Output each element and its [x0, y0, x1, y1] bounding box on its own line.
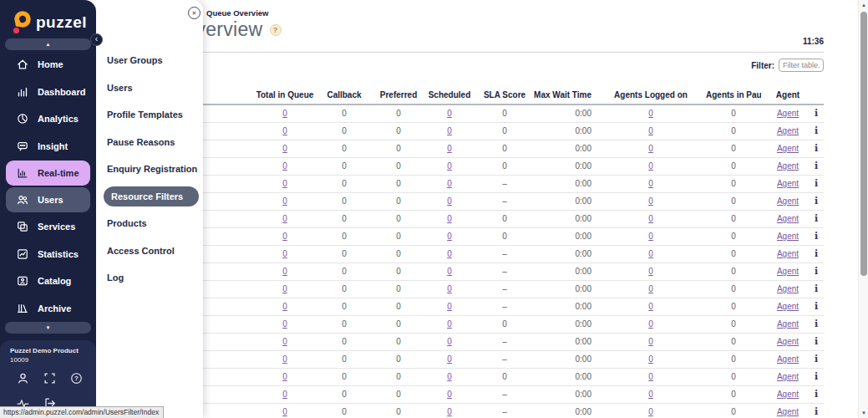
agents-logged-on-link[interactable]: 0	[648, 372, 653, 381]
agent-link[interactable]: Agent	[777, 161, 799, 171]
total-in-queue-link[interactable]: 0	[282, 354, 287, 364]
scheduled-link[interactable]: 0	[447, 232, 452, 241]
scheduled-link[interactable]: 0	[447, 126, 452, 135]
total-in-queue-link[interactable]: 0	[282, 214, 287, 223]
agent-link[interactable]: Agent	[777, 267, 799, 276]
scheduled-link[interactable]: 0	[447, 109, 452, 118]
agents-logged-on-link[interactable]: 0	[648, 319, 653, 329]
scheduled-link[interactable]: 0	[447, 390, 452, 399]
agents-logged-on-link[interactable]: 0	[648, 267, 653, 276]
scheduled-link[interactable]: 0	[447, 407, 452, 416]
flyout-item-access-control[interactable]: Access Control	[96, 237, 203, 265]
sidebar-item-home[interactable]: Home	[0, 51, 96, 79]
info-icon[interactable]: i	[815, 371, 818, 382]
agent-link[interactable]: Agent	[777, 214, 799, 223]
info-icon[interactable]: i	[815, 336, 818, 347]
help-icon[interactable]: ?	[270, 24, 282, 36]
flyout-item-products[interactable]: Products	[96, 210, 203, 237]
total-in-queue-link[interactable]: 0	[282, 407, 287, 416]
close-icon[interactable]: ✕	[188, 7, 201, 19]
total-in-queue-link[interactable]: 0	[282, 144, 287, 153]
agents-logged-on-link[interactable]: 0	[648, 126, 653, 135]
info-icon[interactable]: i	[815, 125, 818, 136]
agent-link[interactable]: Agent	[777, 196, 799, 206]
agent-link[interactable]: Agent	[777, 390, 799, 399]
info-icon[interactable]: i	[815, 301, 818, 312]
info-icon[interactable]: i	[815, 196, 818, 206]
agent-link[interactable]: Agent	[777, 109, 799, 118]
agent-link[interactable]: Agent	[777, 284, 799, 293]
total-in-queue-link[interactable]: 0	[282, 390, 287, 399]
info-icon[interactable]: i	[815, 161, 818, 171]
agent-link[interactable]: Agent	[777, 319, 799, 329]
agents-logged-on-link[interactable]: 0	[648, 302, 653, 311]
total-in-queue-link[interactable]: 0	[282, 284, 287, 293]
agents-logged-on-link[interactable]: 0	[648, 144, 653, 153]
scheduled-link[interactable]: 0	[447, 284, 452, 293]
agents-logged-on-link[interactable]: 0	[648, 284, 653, 293]
agent-link[interactable]: Agent	[777, 179, 799, 188]
agents-logged-on-link[interactable]: 0	[648, 407, 653, 416]
scheduled-link[interactable]: 0	[447, 196, 452, 206]
total-in-queue-link[interactable]: 0	[282, 372, 287, 381]
puzzel-logo[interactable]: puzzel	[0, 0, 96, 34]
flyout-item-users[interactable]: Users	[96, 74, 203, 102]
agents-logged-on-link[interactable]: 0	[648, 196, 653, 206]
total-in-queue-link[interactable]: 0	[282, 267, 287, 276]
scheduled-link[interactable]: 0	[447, 144, 452, 153]
agents-logged-on-link[interactable]: 0	[648, 337, 653, 346]
help-circle-icon[interactable]: ?	[70, 372, 84, 385]
total-in-queue-link[interactable]: 0	[282, 337, 287, 346]
agents-logged-on-link[interactable]: 0	[648, 249, 653, 258]
info-icon[interactable]: i	[815, 319, 818, 329]
agents-logged-on-link[interactable]: 0	[648, 232, 653, 241]
flyout-item-resource-filters[interactable]: Resource Filters	[104, 186, 199, 206]
sidebar-item-services[interactable]: Services	[0, 213, 96, 241]
agents-logged-on-link[interactable]: 0	[648, 109, 653, 118]
flyout-item-enquiry-registration[interactable]: Enquiry Registration	[96, 155, 203, 183]
sidebar-item-dashboard[interactable]: Dashboard	[0, 79, 96, 106]
flyout-item-user-groups[interactable]: User Groups	[96, 47, 203, 74]
agents-logged-on-link[interactable]: 0	[648, 390, 653, 399]
total-in-queue-link[interactable]: 0	[282, 126, 287, 135]
agents-logged-on-link[interactable]: 0	[648, 179, 653, 188]
info-icon[interactable]: i	[815, 213, 818, 224]
info-icon[interactable]: i	[815, 108, 818, 119]
scheduled-link[interactable]: 0	[447, 267, 452, 276]
scheduled-link[interactable]: 0	[447, 372, 452, 381]
scrollbar-thumb[interactable]	[860, 12, 867, 276]
info-icon[interactable]: i	[815, 266, 818, 277]
flyout-item-pause-reasons[interactable]: Pause Reasons	[96, 129, 203, 156]
scroll-up-arrow-icon[interactable]: ▲	[859, 3, 868, 8]
scheduled-link[interactable]: 0	[447, 214, 452, 223]
sidebar-item-catalog[interactable]: Catalog	[0, 268, 96, 295]
sidebar-item-insight[interactable]: Insight	[0, 133, 96, 161]
sidebar-collapse-toggle[interactable]: ‹	[90, 33, 103, 46]
agents-logged-on-link[interactable]: 0	[648, 354, 653, 364]
scroll-down-arrow-icon[interactable]: ▼	[859, 410, 868, 415]
sidebar-item-analytics[interactable]: Analytics	[0, 105, 96, 133]
info-icon[interactable]: i	[815, 389, 818, 400]
agent-link[interactable]: Agent	[777, 144, 799, 153]
agent-link[interactable]: Agent	[777, 249, 799, 258]
filter-input[interactable]	[779, 59, 824, 72]
total-in-queue-link[interactable]: 0	[282, 179, 287, 188]
sidebar-item-real-time[interactable]: Real-time	[6, 161, 90, 186]
scheduled-link[interactable]: 0	[447, 319, 452, 329]
scheduled-link[interactable]: 0	[447, 354, 452, 364]
flyout-item-profile-templates[interactable]: Profile Templates	[96, 101, 203, 129]
sidebar-item-archive[interactable]: Archive	[0, 294, 96, 322]
info-icon[interactable]: i	[815, 231, 818, 242]
flyout-item-log[interactable]: Log	[96, 264, 203, 292]
total-in-queue-link[interactable]: 0	[282, 232, 287, 241]
info-icon[interactable]: i	[815, 248, 818, 259]
agents-logged-on-link[interactable]: 0	[648, 214, 653, 223]
agent-link[interactable]: Agent	[777, 302, 799, 311]
info-icon[interactable]: i	[815, 406, 818, 417]
sidebar-item-statistics[interactable]: Statistics	[0, 240, 96, 268]
total-in-queue-link[interactable]: 0	[282, 109, 287, 118]
page-scrollbar[interactable]: ▲ ▼	[858, 0, 868, 418]
sidebar-scroll-up-button[interactable]: ▲	[5, 38, 91, 50]
scheduled-link[interactable]: 0	[447, 302, 452, 311]
fullscreen-icon[interactable]	[43, 372, 57, 385]
